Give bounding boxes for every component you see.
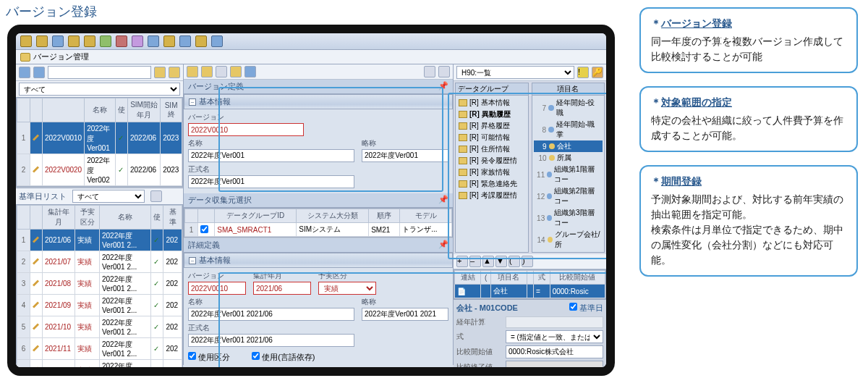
table-row[interactable]: 1SMA_SMRACT1SIMシステムSM21トランザ... <box>185 223 452 237</box>
pin-icon[interactable]: 📌 <box>438 195 448 206</box>
remove-icon[interactable]: – <box>469 256 481 267</box>
view-combo[interactable]: H90:一覧 <box>456 66 574 79</box>
tool-icon[interactable] <box>36 35 48 47</box>
version-input[interactable] <box>188 123 304 136</box>
tool-icon[interactable] <box>216 66 227 77</box>
nav-first-icon[interactable] <box>19 67 30 78</box>
tree-item[interactable]: [R] 可能情報 <box>457 132 527 143</box>
table-row[interactable]: 📄会社=0000:Rosic <box>455 285 605 298</box>
check-icon <box>118 166 125 173</box>
fullname-input[interactable] <box>188 175 354 188</box>
tool-icon[interactable] <box>179 35 191 47</box>
table-row[interactable]: 72021/12実績2022年度Ver001 2...202 <box>17 360 182 377</box>
tree-item[interactable]: [R] 基本情報 <box>457 97 527 109</box>
expander-icon[interactable]: – <box>189 257 196 264</box>
list-item[interactable]: 9会社 <box>534 140 603 152</box>
tool-icon[interactable] <box>163 35 175 47</box>
table-row[interactable]: 52021/10実績2022年度Ver001 2...202 <box>17 316 182 338</box>
list-item[interactable]: 7経年開始-役職 <box>534 97 603 119</box>
short-input[interactable] <box>362 149 448 162</box>
table-row[interactable]: 1 2022V0010 2022年度Ver001 2022/06 2023 <box>17 122 182 154</box>
tool-icon[interactable] <box>132 35 143 47</box>
table-row[interactable]: 62021/11実績2022年度Ver001 2...202 <box>17 338 182 360</box>
list-item[interactable]: 13組織第3階層コー <box>534 207 603 229</box>
paren-close-icon[interactable]: ) <box>522 256 533 267</box>
row-checkbox[interactable] <box>200 225 208 233</box>
paren-open-icon[interactable]: ( <box>509 256 520 267</box>
basedate-title: 基準日リスト <box>19 191 67 202</box>
tool-icon[interactable] <box>100 35 111 47</box>
tool-icon[interactable] <box>187 66 198 77</box>
list-item[interactable]: 8経年開始-職掌 <box>534 119 603 140</box>
add-icon[interactable]: + <box>456 256 468 267</box>
basedate-check[interactable]: 基準日 <box>569 303 603 314</box>
tool-icon[interactable] <box>211 35 223 47</box>
filter-grid[interactable]: 連結(項目名式比較開始値 📄会社=0000:Rosic <box>454 269 606 299</box>
use-kbn-check[interactable]: 使用区分 <box>188 352 230 363</box>
tree-item[interactable]: [R] 住所情報 <box>457 143 527 155</box>
label: 略称 <box>362 138 448 148</box>
save-icon[interactable] <box>244 66 256 77</box>
tree-item[interactable]: [R] 昇格履歴 <box>457 120 527 132</box>
basedate-filter[interactable]: すべて <box>72 190 145 203</box>
formula-select[interactable]: = (指定値と一致、または範囲を指定 <box>506 330 603 343</box>
table-row[interactable]: 2 2022V0020 2022年度Ver002 2022/06 2023 <box>17 154 182 186</box>
list-item[interactable]: 12組織第2階層コー <box>534 185 603 207</box>
tool-icon[interactable] <box>148 35 159 47</box>
use-lang-check[interactable]: 使用(言語依存) <box>252 352 315 363</box>
tool-icon[interactable] <box>84 35 95 47</box>
source-grid[interactable]: データグループIDシステム大分類順序モデル 1SMA_SMRACT1SIMシステ… <box>184 208 453 238</box>
tool-icon[interactable] <box>20 35 32 47</box>
tree-item[interactable]: [R] 家族情報 <box>457 167 527 178</box>
list-item[interactable]: 14グループ会社/所 <box>534 229 603 251</box>
version-grid[interactable]: 名称 使 SIM開始年月 SIM終 1 2022V0010 2022年度Ver0… <box>16 97 183 187</box>
up-icon[interactable]: ▲ <box>482 256 494 267</box>
tree-item[interactable]: [R] 緊急連絡先 <box>457 178 527 190</box>
list-item[interactable]: 10所属 <box>534 152 603 164</box>
tool-icon[interactable] <box>424 66 435 77</box>
tool-icon[interactable] <box>52 35 64 47</box>
start-value-input[interactable] <box>506 345 603 358</box>
key-icon[interactable]: 🔑 <box>592 67 603 78</box>
tree-item[interactable]: [R] 異動履歴 <box>457 109 527 120</box>
expander-icon[interactable]: – <box>189 98 196 106</box>
pin-icon[interactable]: 📌 <box>438 240 448 251</box>
pin-icon[interactable]: 📌 <box>438 81 448 92</box>
config-icon[interactable] <box>150 190 162 202</box>
check-icon <box>118 134 125 141</box>
tool-icon[interactable] <box>68 35 80 47</box>
table-row[interactable]: 32021/08実績2022年度Ver001 2...202 <box>17 273 182 295</box>
detail-kbn-select[interactable]: 実績 <box>318 282 376 295</box>
detail-version-input[interactable] <box>188 282 246 295</box>
folder-icon <box>459 192 467 199</box>
label: バージョン <box>188 271 246 281</box>
tab-label[interactable]: バージョン管理 <box>33 51 89 62</box>
table-row[interactable]: 12021/06実績2022年度Ver001 2...202 <box>17 230 182 251</box>
panel-title: バージョン定義 <box>188 81 244 92</box>
tree-item[interactable]: [R] 考課履歴情 <box>457 190 527 201</box>
tool-icon[interactable] <box>201 66 213 77</box>
detail-name-input[interactable] <box>188 308 354 321</box>
table-row[interactable]: 22021/07実績2022年度Ver001 2...202 <box>17 251 182 273</box>
search-input[interactable] <box>48 66 151 79</box>
table-row[interactable]: 42021/09実績2022年度Ver001 2...202 <box>17 295 182 316</box>
basedate-grid[interactable]: 集計年月 予実区分 名称 使 基準 12021/06実績2022年度Ver001… <box>16 204 183 376</box>
tool-icon[interactable] <box>438 66 450 77</box>
tool-icon[interactable] <box>230 66 242 77</box>
nav-prev-icon[interactable] <box>33 67 45 78</box>
name-input[interactable] <box>188 149 354 162</box>
label: バージョン <box>188 112 304 122</box>
alert-icon[interactable]: ! <box>577 67 589 78</box>
filter-icon[interactable] <box>169 67 180 78</box>
search-icon[interactable] <box>154 67 166 78</box>
down-icon[interactable]: ▼ <box>495 256 507 267</box>
tree-item[interactable]: [R] 発令履歴情 <box>457 155 527 167</box>
filter-combo[interactable]: すべて <box>19 83 180 96</box>
detail-short-input[interactable] <box>362 308 448 321</box>
detail-ym-input[interactable] <box>253 282 311 295</box>
list-item[interactable]: 11組織第1階層コー <box>534 164 603 185</box>
detail-full-input[interactable] <box>188 334 354 347</box>
tool-icon[interactable] <box>195 35 207 47</box>
tool-icon[interactable] <box>116 35 127 47</box>
edit-icon <box>33 166 40 173</box>
